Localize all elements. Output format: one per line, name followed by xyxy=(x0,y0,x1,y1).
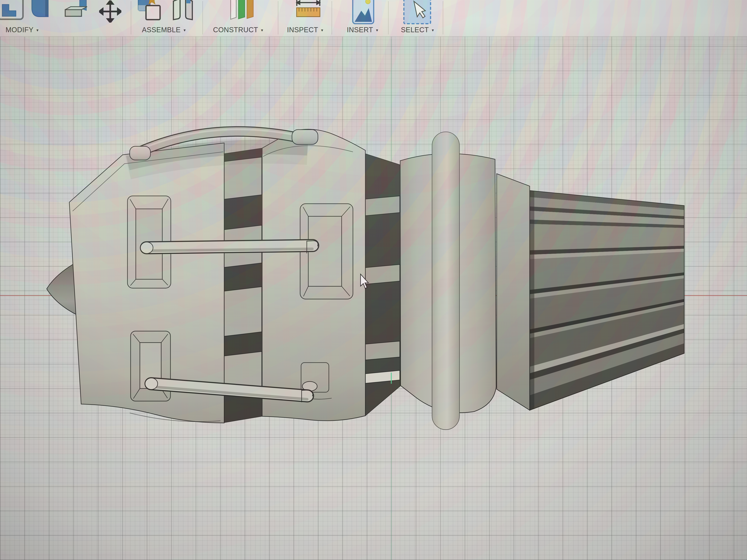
menu-select-label: SELECT xyxy=(401,26,429,34)
menu-inspect[interactable]: INSPECT ▼ xyxy=(287,26,324,34)
chevron-down-icon: ▼ xyxy=(260,28,264,32)
chevron-down-icon: ▼ xyxy=(183,28,186,32)
rib-cage-front[interactable] xyxy=(224,148,262,423)
collar[interactable] xyxy=(497,174,530,410)
toolbar-group-separator xyxy=(332,1,332,34)
nozzle-cone[interactable] xyxy=(530,191,684,410)
chevron-down-icon: ▼ xyxy=(375,28,379,32)
shell-icon[interactable] xyxy=(62,0,88,22)
menu-construct[interactable]: CONSTRUCT ▼ xyxy=(213,26,264,34)
ribbon-toolbar: MODIFY ▼ ASSEMBLE ▼ CONSTRUCT ▼ INSPECT … xyxy=(0,0,747,37)
nozzle-flute xyxy=(530,224,684,250)
menu-assemble[interactable]: ASSEMBLE ▼ xyxy=(142,26,186,34)
menu-modify-label: MODIFY xyxy=(5,26,33,34)
menu-modify[interactable]: MODIFY ▼ xyxy=(5,26,39,34)
measure-icon[interactable] xyxy=(294,0,323,22)
fillet-icon[interactable] xyxy=(28,0,50,22)
chevron-down-icon: ▼ xyxy=(320,28,324,32)
nozzle-ring xyxy=(530,191,534,410)
toolbar-group-separator xyxy=(278,1,278,34)
construction-plane-icon[interactable] xyxy=(229,0,256,22)
toolbar-group-separator xyxy=(388,1,388,34)
toolbar-group-separator xyxy=(131,1,131,34)
insert-image-icon[interactable] xyxy=(352,0,375,26)
menu-construct-label: CONSTRUCT xyxy=(213,26,258,34)
model-canvas[interactable] xyxy=(0,0,747,560)
chevron-down-icon: ▼ xyxy=(36,28,39,32)
move-icon[interactable] xyxy=(99,0,121,23)
new-component-icon[interactable] xyxy=(136,0,161,23)
toolbar-group-separator xyxy=(443,1,443,34)
menu-insert[interactable]: INSERT ▼ xyxy=(347,26,379,34)
joint-icon[interactable] xyxy=(171,0,195,23)
menu-inspect-label: INSPECT xyxy=(287,26,318,34)
vertical-pin[interactable] xyxy=(432,132,460,430)
chevron-down-icon: ▼ xyxy=(431,28,435,32)
menu-select[interactable]: SELECT ▼ xyxy=(401,26,435,34)
cad-app-window: MODIFY ▼ ASSEMBLE ▼ CONSTRUCT ▼ INSPECT … xyxy=(0,0,747,560)
select-cursor-icon[interactable] xyxy=(403,0,432,26)
mid-body[interactable] xyxy=(262,129,365,421)
press-pull-icon[interactable] xyxy=(0,0,24,22)
menu-insert-label: INSERT xyxy=(347,26,373,34)
menu-assemble-label: ASSEMBLE xyxy=(142,26,181,34)
nose-cone[interactable] xyxy=(47,262,77,315)
upper-rod[interactable] xyxy=(140,241,318,254)
toolbar-group-separator xyxy=(203,1,203,34)
rib-cage-rear[interactable] xyxy=(365,154,400,416)
